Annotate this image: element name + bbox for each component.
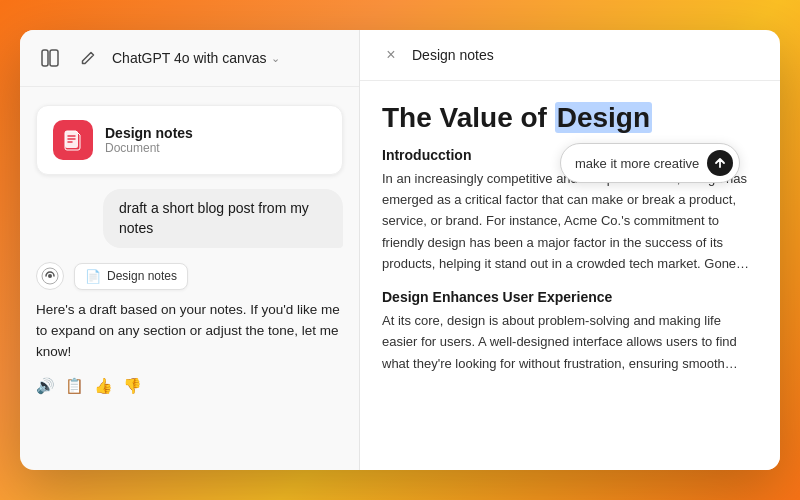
- inline-send-button[interactable]: [707, 150, 733, 176]
- left-header: ChatGPT 4o with canvas ⌄: [20, 30, 359, 87]
- close-button[interactable]: ×: [380, 44, 402, 66]
- right-header: × Design notes: [360, 30, 780, 81]
- copy-reaction-btn[interactable]: 📋: [65, 377, 84, 395]
- blog-title-highlight: Design: [555, 102, 652, 133]
- right-panel: × Design notes The Value of Design make …: [360, 30, 780, 470]
- inline-input-text: make it more creative: [575, 156, 699, 171]
- fade-overlay: [360, 410, 780, 470]
- left-panel: ChatGPT 4o with canvas ⌄ Design notes Do…: [20, 30, 360, 470]
- assistant-text: Here's a draft based on your notes. If y…: [36, 300, 343, 363]
- main-container: ChatGPT 4o with canvas ⌄ Design notes Do…: [20, 30, 780, 470]
- audio-reaction-btn[interactable]: 🔊: [36, 377, 55, 395]
- assistant-row: 📄 Design notes Here's a draft based on y…: [36, 262, 343, 395]
- right-panel-title: Design notes: [412, 47, 494, 63]
- svg-rect-1: [50, 50, 58, 66]
- inline-input-container[interactable]: make it more creative: [560, 143, 740, 183]
- thumbs-down-btn[interactable]: 👎: [123, 377, 142, 395]
- thumbs-up-btn[interactable]: 👍: [94, 377, 113, 395]
- app-title-text: ChatGPT 4o with canvas: [112, 50, 267, 66]
- doc-card[interactable]: Design notes Document: [36, 105, 343, 175]
- right-content: The Value of Design make it more creativ…: [360, 81, 780, 470]
- edit-button[interactable]: [74, 44, 102, 72]
- doc-type: Document: [105, 141, 193, 155]
- reaction-row: 🔊 📋 👍 👎: [36, 373, 343, 395]
- sidebar-toggle-button[interactable]: [36, 44, 64, 72]
- svg-point-4: [48, 274, 52, 278]
- assistant-icon-row: 📄 Design notes: [36, 262, 343, 290]
- gpt-avatar: [36, 262, 64, 290]
- header-icons: [36, 44, 102, 72]
- intro-text: In an increasingly competitive and fast-…: [382, 168, 758, 275]
- section1-body: At its core, design is about problem-sol…: [382, 310, 758, 374]
- chip-doc-icon: 📄: [85, 269, 101, 284]
- doc-ref-chip[interactable]: 📄 Design notes: [74, 263, 188, 290]
- svg-rect-0: [42, 50, 48, 66]
- section1-heading: Design Enhances User Experience: [382, 289, 758, 305]
- title-chevron: ⌄: [271, 52, 280, 65]
- left-content: Design notes Document draft a short blog…: [20, 87, 359, 470]
- doc-icon: [53, 120, 93, 160]
- section1: Design Enhances User Experience At its c…: [382, 289, 758, 374]
- blog-title: The Value of Design: [382, 101, 758, 135]
- user-message: draft a short blog post from my notes: [103, 189, 343, 248]
- app-title[interactable]: ChatGPT 4o with canvas ⌄: [112, 50, 280, 66]
- doc-title: Design notes: [105, 125, 193, 141]
- chip-label: Design notes: [107, 269, 177, 283]
- doc-info: Design notes Document: [105, 125, 193, 155]
